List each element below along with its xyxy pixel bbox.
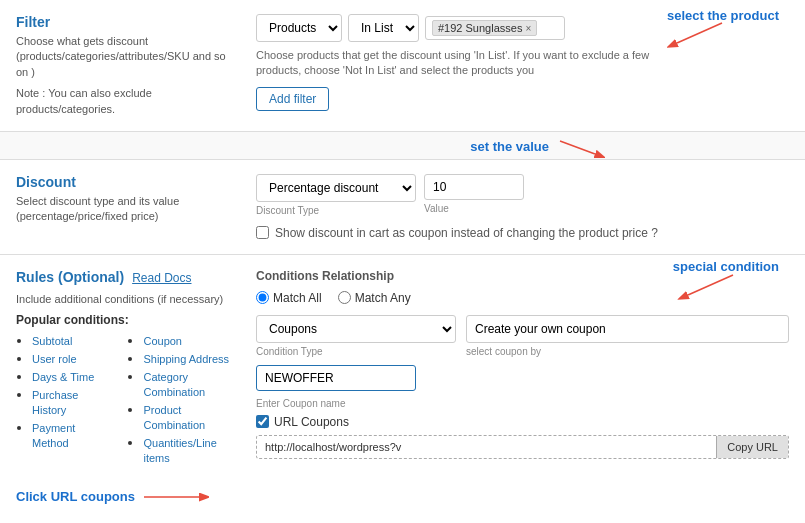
tag-label: #192 Sunglasses <box>438 22 522 34</box>
discount-left: Discount Select discount type and its va… <box>16 174 236 240</box>
filter-list-dropdown[interactable]: In List <box>348 14 419 42</box>
user-role-link[interactable]: User role <box>32 353 77 365</box>
svg-line-3 <box>560 141 595 154</box>
condition-type-label: Condition Type <box>256 346 456 357</box>
category-combination-link[interactable]: CategoryCombination <box>143 371 205 398</box>
rules-left: Rules (Optional) Read Docs Include addit… <box>16 269 236 506</box>
url-checkbox-row: URL Coupons <box>256 415 789 429</box>
rules-title: Rules (Optional) <box>16 269 124 285</box>
match-all-radio[interactable] <box>256 291 269 304</box>
quantities-link[interactable]: Quantities/Line items <box>143 437 216 464</box>
days-time-link[interactable]: Days & Time <box>32 371 94 383</box>
conditions-dropdowns-row: Coupons Condition Type select coupon by <box>256 315 789 357</box>
filter-subtitle: Choose what gets discount (products/cate… <box>16 34 236 80</box>
popular-conditions-title: Popular conditions: <box>16 313 236 327</box>
condition-type-group: Coupons Condition Type <box>256 315 456 357</box>
filter-type-dropdown[interactable]: Products <box>256 14 342 42</box>
coupon-link[interactable]: Coupon <box>143 335 182 347</box>
discount-controls-row: Percentage discount Discount Type Value <box>256 174 789 216</box>
discount-title: Discount <box>16 174 236 190</box>
condition-type-dropdown[interactable]: Coupons <box>256 315 456 343</box>
discount-value-input[interactable] <box>424 174 524 200</box>
tag-input-container: #192 Sunglasses × <box>425 16 565 40</box>
select-coupon-label: select coupon by <box>466 346 789 357</box>
popular-lists: Subtotal User role Days & Time Purchase … <box>16 333 236 468</box>
copy-url-button[interactable]: Copy URL <box>716 436 788 458</box>
click-url-arrow <box>139 488 209 506</box>
rules-right: special condition Conditions Relationshi… <box>256 269 789 506</box>
payment-method-link[interactable]: Payment Method <box>32 422 75 449</box>
tag-close-icon[interactable]: × <box>525 23 531 34</box>
select-product-annotation: select the product <box>667 8 779 48</box>
filter-right: select the product Products In List <box>256 14 789 117</box>
rules-section: Rules (Optional) Read Docs Include addit… <box>0 255 805 520</box>
url-row: http://localhost/wordpress?v Copy URL <box>256 435 789 459</box>
cart-coupon-label: Show discount in cart as coupon instead … <box>275 226 658 240</box>
match-any-label[interactable]: Match Any <box>338 291 411 305</box>
discount-type-dropdown[interactable]: Percentage discount <box>256 174 416 202</box>
list-item: Quantities/Line items <box>143 435 236 465</box>
discount-section: Discount Select discount type and its va… <box>0 160 805 255</box>
rules-subtitle: Include additional conditions (if necess… <box>16 293 236 305</box>
discount-value-group: Value <box>424 174 524 214</box>
annotation-divider: set the value <box>0 132 805 160</box>
match-any-radio[interactable] <box>338 291 351 304</box>
set-value-annotation: set the value <box>470 136 605 158</box>
list-item: Shipping Address <box>143 351 236 366</box>
discount-right: Percentage discount Discount Type Value … <box>256 174 789 240</box>
svg-line-1 <box>677 23 722 43</box>
list-item: CategoryCombination <box>143 369 236 399</box>
discount-subtitle: Select discount type and its value (perc… <box>16 194 236 225</box>
purchase-history-link[interactable]: Purchase History <box>32 389 78 416</box>
list-item: Payment Method <box>32 420 107 450</box>
set-value-arrow <box>555 136 605 158</box>
list-item: Coupon <box>143 333 236 348</box>
add-filter-button[interactable]: Add filter <box>256 87 329 111</box>
filter-left: Filter Choose what gets discount (produc… <box>16 14 236 117</box>
special-condition-arrow <box>673 270 743 300</box>
filter-title: Filter <box>16 14 236 30</box>
list-item: User role <box>32 351 107 366</box>
coupon-name-input[interactable] <box>256 365 416 391</box>
url-text: http://localhost/wordpress?v <box>257 436 716 458</box>
match-all-label[interactable]: Match All <box>256 291 322 305</box>
rules-title-row: Rules (Optional) Read Docs <box>16 269 236 289</box>
enter-coupon-name-label: Enter Coupon name <box>256 398 789 409</box>
cart-coupon-checkbox-row: Show discount in cart as coupon instead … <box>256 226 789 240</box>
popular-list-2: Coupon Shipping Address CategoryCombinat… <box>127 333 236 468</box>
coupon-value-group: select coupon by <box>466 315 789 357</box>
list-item: Subtotal <box>32 333 107 348</box>
click-url-annotation: Click URL coupons <box>16 488 236 506</box>
cart-coupon-checkbox[interactable] <box>256 226 269 239</box>
popular-list-1: Subtotal User role Days & Time Purchase … <box>16 333 107 468</box>
coupon-value-input[interactable] <box>466 315 789 343</box>
filter-section: Filter Choose what gets discount (produc… <box>0 0 805 132</box>
read-docs-link[interactable]: Read Docs <box>132 271 191 285</box>
list-item: Product Combination <box>143 402 236 432</box>
filter-hint: Choose products that get the discount us… <box>256 48 656 79</box>
discount-value-label: Value <box>424 203 524 214</box>
url-coupons-checkbox[interactable] <box>256 415 269 428</box>
url-coupons-label: URL Coupons <box>274 415 349 429</box>
product-combination-link[interactable]: Product Combination <box>143 404 205 431</box>
product-tag[interactable]: #192 Sunglasses × <box>432 20 537 36</box>
discount-type-label: Discount Type <box>256 205 416 216</box>
svg-line-7 <box>688 275 733 295</box>
list-item: Purchase History <box>32 387 107 417</box>
list-item: Days & Time <box>32 369 107 384</box>
special-condition-annotation: special condition <box>673 259 779 300</box>
coupon-name-section: Enter Coupon name URL Coupons http://loc… <box>256 365 789 459</box>
filter-note: Note : You can also exclude products/cat… <box>16 86 236 117</box>
discount-type-group: Percentage discount Discount Type <box>256 174 416 216</box>
shipping-address-link[interactable]: Shipping Address <box>143 353 229 365</box>
subtotal-link[interactable]: Subtotal <box>32 335 72 347</box>
